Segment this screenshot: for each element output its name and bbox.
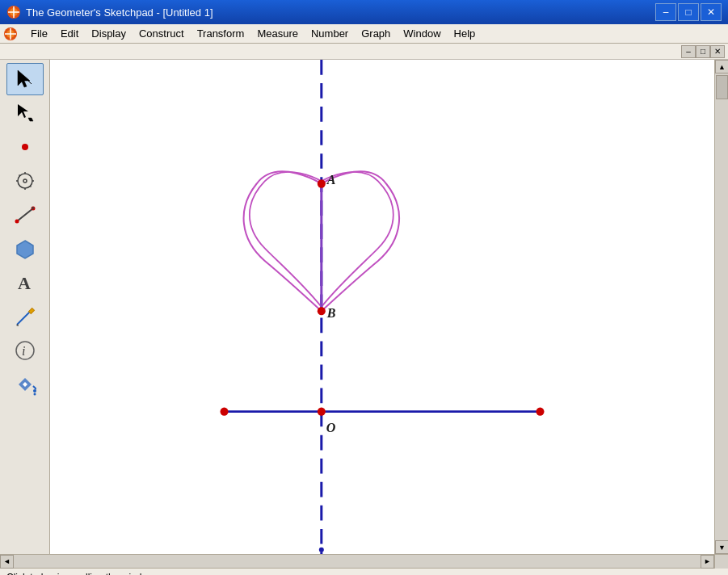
doc-minimize-button[interactable]: – (681, 45, 696, 58)
line-tool-button[interactable] (6, 199, 44, 231)
svg-point-40 (536, 407, 544, 415)
svg-point-35 (33, 389, 36, 392)
title-bar-left: The Geometer's Sketchpad - [Untitled 1] (6, 5, 213, 19)
svg-text:i: i (22, 344, 25, 358)
custom-tool-button[interactable] (6, 368, 44, 401)
menu-number[interactable]: Number (305, 25, 355, 43)
arrow-tool-button[interactable] (6, 97, 44, 129)
svg-marker-9 (28, 81, 32, 84)
select-tool-button[interactable] (6, 63, 44, 95)
menu-display[interactable]: Display (85, 25, 133, 43)
menu-graph[interactable]: Graph (355, 25, 397, 43)
svg-point-14 (23, 179, 27, 183)
scrollbar-corner (714, 555, 728, 569)
compass-tool-button[interactable] (6, 165, 44, 197)
title-bar-controls: – □ ✕ (655, 3, 722, 21)
svg-point-41 (318, 407, 326, 415)
svg-text:O: O (326, 419, 336, 434)
scroll-left-button[interactable]: ◄ (0, 555, 14, 569)
svg-point-36 (33, 393, 36, 396)
svg-line-19 (19, 175, 20, 177)
svg-line-20 (30, 186, 32, 187)
scroll-right-button[interactable]: ► (701, 555, 714, 569)
doc-maximize-button[interactable]: □ (696, 45, 710, 58)
toolbar: A i (0, 60, 50, 554)
doc-control-bar: – □ ✕ (0, 44, 728, 60)
status-message: Click to begin scrolling the window (6, 572, 154, 576)
point-tool-button[interactable] (6, 131, 44, 163)
menu-window[interactable]: Window (397, 25, 447, 43)
pencil-tool-button[interactable] (6, 300, 44, 333)
menu-file[interactable]: File (24, 25, 54, 43)
canvas-area[interactable]: O A B (50, 60, 714, 554)
text-tool-button[interactable]: A (6, 267, 44, 299)
scroll-down-button[interactable]: ▼ (715, 540, 728, 554)
scroll-track-right[interactable] (715, 73, 728, 540)
svg-point-22 (15, 220, 19, 224)
svg-point-12 (22, 144, 28, 150)
menu-edit[interactable]: Edit (54, 25, 85, 43)
status-bar: Click to begin scrolling the window (0, 568, 728, 575)
main-area: A i (0, 60, 728, 554)
menu-construct[interactable]: Construct (133, 25, 191, 43)
scroll-up-button[interactable]: ▲ (715, 60, 728, 73)
svg-marker-8 (18, 70, 30, 87)
bottom-scrollbar-area: ◄ ► (0, 554, 728, 568)
svg-text:A: A (326, 171, 336, 187)
polygon-tool-button[interactable] (6, 233, 44, 265)
scroll-thumb-right[interactable] (716, 75, 728, 99)
menu-transform[interactable]: Transform (191, 25, 251, 43)
svg-marker-25 (17, 241, 33, 258)
title-bar: The Geometer's Sketchpad - [Untitled 1] … (0, 0, 728, 24)
title-bar-title: The Geometer's Sketchpad - [Untitled 1] (26, 6, 213, 19)
info-tool-button[interactable]: i (6, 334, 44, 367)
doc-close-button[interactable]: ✕ (710, 45, 725, 58)
svg-marker-10 (18, 104, 28, 118)
svg-line-21 (17, 208, 33, 221)
svg-point-39 (221, 407, 229, 415)
menu-bar: File Edit Display Construct Transform Me… (0, 24, 728, 44)
menu-measure[interactable]: Measure (250, 25, 305, 43)
close-button[interactable]: ✕ (701, 3, 722, 21)
svg-marker-34 (33, 386, 36, 389)
menu-bar-icon (3, 27, 18, 41)
svg-marker-11 (28, 118, 33, 121)
canvas-svg: O A B (50, 60, 714, 554)
svg-text:B: B (326, 305, 336, 321)
maximize-button[interactable]: □ (678, 3, 699, 21)
svg-rect-28 (28, 308, 34, 313)
minimize-button[interactable]: – (655, 3, 676, 21)
app-icon (6, 5, 21, 19)
menu-help[interactable]: Help (448, 25, 482, 43)
svg-text:A: A (18, 273, 31, 293)
svg-point-48 (319, 548, 324, 552)
svg-point-46 (318, 307, 326, 315)
scrollbar-bottom: ◄ ► (0, 555, 714, 568)
svg-point-44 (318, 179, 326, 187)
scrollbar-right: ▲ ▼ (714, 60, 728, 554)
